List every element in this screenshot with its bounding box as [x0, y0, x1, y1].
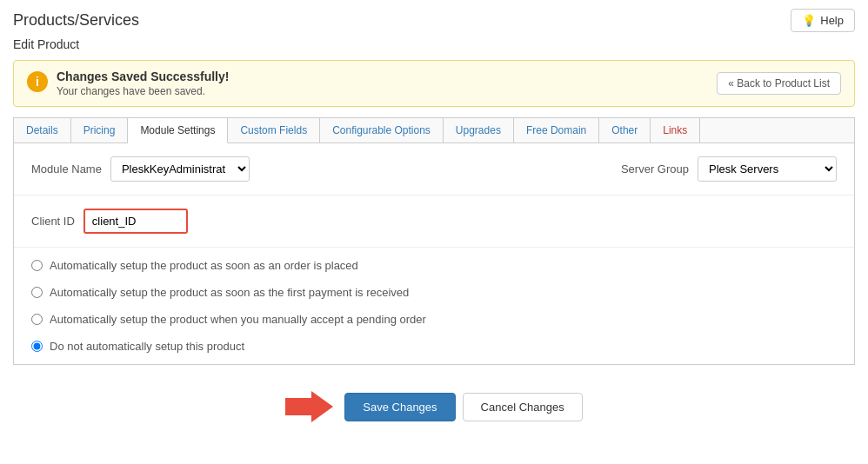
client-id-input[interactable] — [83, 209, 188, 234]
server-group-label: Server Group — [621, 162, 689, 176]
server-group-select[interactable]: Plesk Servers — [698, 156, 837, 182]
tab-module-settings[interactable]: Module Settings — [128, 118, 228, 143]
page-title: Products/Services — [13, 11, 139, 30]
tab-configurable-options[interactable]: Configurable Options — [320, 118, 444, 143]
arrow-icon — [285, 391, 333, 422]
tabs-bar: Details Pricing Module Settings Custom F… — [13, 117, 855, 143]
client-id-section: Client ID — [14, 196, 854, 248]
module-name-select[interactable]: PleskKeyAdministrat — [110, 156, 250, 182]
client-id-label: Client ID — [31, 215, 75, 228]
tab-pricing[interactable]: Pricing — [71, 118, 129, 143]
arrow-indicator — [285, 391, 333, 422]
back-to-product-list-button[interactable]: « Back to Product List — [717, 72, 841, 95]
svg-marker-0 — [285, 391, 333, 422]
tab-details[interactable]: Details — [14, 118, 71, 143]
radio-item-4: Do not automatically setup this product — [14, 333, 854, 360]
alert-title: Changes Saved Successfully! — [57, 70, 229, 83]
module-name-label: Module Name — [31, 162, 102, 176]
save-changes-button[interactable]: Save Changes — [344, 393, 455, 421]
radio-item-3: Automatically setup the product when you… — [14, 306, 854, 333]
radio-item-2: Automatically setup the product as soon … — [14, 279, 854, 306]
alert-text: Your changes have been saved. — [57, 85, 229, 97]
radio-label-4: Do not automatically setup this product — [50, 340, 244, 353]
radio-first-payment[interactable] — [31, 287, 43, 298]
cancel-changes-button[interactable]: Cancel Changes — [463, 393, 583, 421]
help-icon: 💡 — [802, 14, 816, 27]
radio-item-1: Automatically setup the product as soon … — [14, 252, 854, 279]
tab-upgrades[interactable]: Upgrades — [444, 118, 514, 143]
footer-actions: Save Changes Cancel Changes — [13, 378, 855, 435]
radio-pending-order[interactable] — [31, 314, 43, 325]
radio-order-placed[interactable] — [31, 260, 43, 271]
success-alert: i Changes Saved Successfully! Your chang… — [13, 60, 855, 107]
alert-icon: i — [27, 71, 48, 92]
radio-label-1: Automatically setup the product as soon … — [50, 259, 358, 272]
tab-other[interactable]: Other — [599, 118, 651, 143]
radio-section: Automatically setup the product as soon … — [14, 248, 854, 364]
help-button[interactable]: 💡 Help — [791, 9, 855, 32]
radio-label-2: Automatically setup the product as soon … — [50, 286, 409, 299]
content-panel: Module Name PleskKeyAdministrat Server G… — [13, 143, 855, 365]
tab-links[interactable]: Links — [651, 118, 700, 143]
module-row: Module Name PleskKeyAdministrat Server G… — [14, 143, 854, 196]
tab-free-domain[interactable]: Free Domain — [514, 118, 599, 143]
tab-custom-fields[interactable]: Custom Fields — [228, 118, 320, 143]
radio-label-3: Automatically setup the product when you… — [50, 313, 426, 326]
sub-title: Edit Product — [13, 37, 855, 51]
radio-do-not-setup[interactable] — [31, 341, 43, 352]
